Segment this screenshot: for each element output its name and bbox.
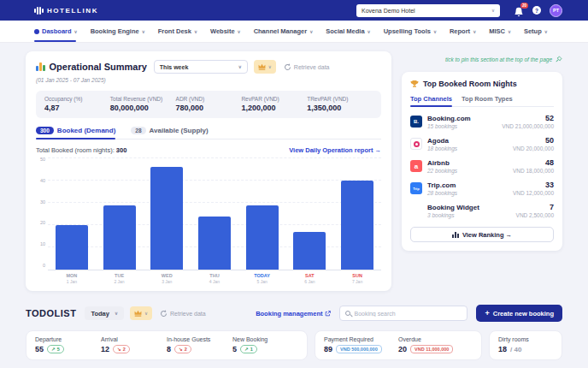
- nav-item-report[interactable]: Report∨: [450, 21, 476, 42]
- hotel-select[interactable]: Kovena Demo Hotel ∨: [356, 4, 500, 17]
- chart-x-labels: MON1 JanTUE2 JanWED3 JanTHU4 JanTODAY5 J…: [48, 273, 381, 284]
- nav-item-label: Dasboard: [42, 27, 72, 35]
- x-label-sun: SUN7 Jan: [341, 273, 373, 284]
- chevron-down-icon: ∨: [194, 29, 197, 34]
- todo-item-value-row: 20VND 11,000,000: [398, 345, 473, 353]
- stat-value: 80,000,000: [110, 104, 176, 112]
- operational-summary-card: Operational Summary This week ∨ ∨ Retrie…: [26, 51, 391, 291]
- page-content: Operational Summary This week ∨ ∨ Retrie…: [0, 43, 588, 360]
- todo-card-2: Dirty rooms18/ 40: [489, 330, 562, 360]
- stat-label: RevPAR (VND): [241, 96, 307, 102]
- chevron-down-icon: ∨: [473, 29, 476, 34]
- currency-button[interactable]: ∨: [254, 60, 276, 74]
- x-label-date: 5 Jan: [246, 279, 279, 284]
- y-tick-label: 10: [36, 241, 45, 246]
- hotellink-logo: HOTELLINK: [34, 6, 98, 15]
- nav-item-front-desk[interactable]: Front Desk∨: [158, 21, 197, 42]
- stat-label: ADR (VND): [176, 96, 242, 102]
- nav-item-misc[interactable]: MISC∨: [489, 21, 511, 42]
- todolist-header: TODOLIST Today ∨ ∨ Retrieve data Booking…: [26, 305, 562, 322]
- booking-management-link[interactable]: Booking management: [256, 310, 331, 318]
- booking-management-label: Booking management: [256, 310, 322, 318]
- todo-item-departure: Departure55↗5: [35, 336, 101, 353]
- channel-name: Booking Widget: [427, 204, 479, 211]
- channel-revenue: VND 2,500,000: [516, 212, 554, 218]
- view-ranking-label: View Ranking →: [462, 231, 512, 239]
- todo-currency-button[interactable]: ∨: [130, 306, 152, 320]
- channel-nights: 48: [513, 158, 554, 167]
- tab-top-room-types[interactable]: Top Room Types: [462, 95, 513, 106]
- tab-booked-demand[interactable]: 300 Booked (Demand): [36, 127, 115, 139]
- todo-badge-text: 2: [185, 347, 187, 352]
- stat-value: 780,000: [176, 104, 242, 112]
- channel-row-booking-widget: Booking Widget3 bookings7VND 2,500,000: [410, 203, 554, 218]
- todo-period-value: Today: [91, 310, 109, 318]
- channel-info: Airbnb22 bookings: [427, 159, 457, 174]
- todo-item-suffix: / 40: [510, 346, 521, 353]
- x-label-date: 7 Jan: [341, 279, 373, 284]
- channel-list: B.Booking.com15 bookings52VND 21,000,000…: [410, 114, 554, 218]
- channel-stats: 50VND 20,000,000: [513, 136, 554, 151]
- x-label-day: THU: [198, 273, 231, 278]
- todo-item-label: Overdue: [398, 336, 473, 342]
- period-select[interactable]: This week ∨: [154, 60, 248, 74]
- todo-item-label: Departure: [35, 336, 101, 342]
- nav-item-channel-manager[interactable]: Channel Manager∨: [254, 21, 314, 42]
- todo-badge-text: 5: [57, 347, 60, 352]
- booking-search[interactable]: [339, 306, 467, 321]
- view-daily-report-link[interactable]: View Daily Operation report →: [289, 146, 381, 154]
- pin-icon: [555, 56, 562, 63]
- tab-available-supply[interactable]: 28 Available (Supply): [131, 127, 208, 139]
- notification-bell-button[interactable]: 20: [514, 5, 524, 15]
- nav-item-setup[interactable]: Setup∨: [524, 21, 548, 42]
- pin-section-toggle[interactable]: tick to pin this section at the top of t…: [402, 56, 562, 63]
- bar-sun: [341, 181, 373, 270]
- x-label-day: WED: [150, 273, 183, 278]
- todo-badge-down: ↘2: [174, 345, 191, 353]
- dashboard-icon: [34, 29, 39, 34]
- help-icon[interactable]: ?: [532, 6, 541, 15]
- booking-search-input[interactable]: [354, 311, 462, 317]
- nav-item-booking-engine[interactable]: Booking Engine∨: [91, 21, 145, 42]
- nav-item-dasboard[interactable]: Dasboard∨: [34, 21, 78, 42]
- channel-nights: 33: [513, 181, 554, 189]
- channel-revenue: VND 12,000,000: [513, 190, 554, 196]
- stat-trevpar-vnd: TRevPAR (VND)1,350,000: [307, 96, 373, 112]
- chevron-down-icon: ∨: [268, 64, 272, 69]
- channel-icon-glyph: a: [415, 163, 418, 170]
- channel-revenue: VND 21,000,000,000: [502, 123, 554, 129]
- stat-label: TRevPAR (VND): [307, 96, 373, 102]
- y-tick-label: 0: [36, 263, 45, 268]
- tab-label: Booked (Demand): [57, 127, 115, 134]
- tab-top-channels[interactable]: Top Channels: [410, 95, 452, 106]
- nav-item-social-media[interactable]: Social Media∨: [326, 21, 370, 42]
- nav-item-website[interactable]: Website∨: [210, 21, 241, 42]
- retrieve-data-button[interactable]: Retrieve data: [284, 63, 330, 71]
- todo-item-label: New Booking: [232, 336, 298, 342]
- todo-retrieve-button[interactable]: Retrieve data: [160, 310, 206, 318]
- y-tick-label: 20: [36, 220, 45, 225]
- chevron-down-icon: ∨: [368, 29, 371, 34]
- user-avatar[interactable]: PT: [550, 4, 562, 17]
- todo-badge-text: 2: [123, 347, 126, 352]
- channel-row-booking-com: B.Booking.com15 bookings52VND 21,000,000…: [410, 114, 554, 129]
- section-title: Operational Summary: [50, 62, 147, 72]
- chevron-down-icon: ∨: [433, 29, 437, 34]
- channel-bookings: 3 bookings: [427, 212, 479, 218]
- nav-item-label: Website: [210, 27, 235, 35]
- y-tick-label: 40: [36, 178, 45, 183]
- chevron-down-icon: ∨: [115, 311, 118, 316]
- trend-down-icon: ↘: [117, 347, 121, 352]
- channel-row-trip-com: TripTrip.com28 bookings33VND 12,000,000: [410, 181, 554, 196]
- todo-period-select[interactable]: Today ∨: [85, 306, 124, 320]
- create-new-booking-button[interactable]: + Create new booking: [476, 305, 562, 322]
- nav-item-upselling-tools[interactable]: Upselling Tools∨: [384, 21, 437, 42]
- todo-item-value: 89: [324, 345, 332, 353]
- todo-item-value: 12: [101, 345, 109, 353]
- view-ranking-button[interactable]: View Ranking →: [410, 227, 554, 242]
- search-icon: [345, 311, 350, 316]
- bar-mon: [56, 225, 88, 270]
- nav-item-label: Channel Manager: [254, 27, 308, 35]
- chart-y-axis: 50403020100: [36, 157, 48, 268]
- todo-item-label: Payment Required: [324, 336, 398, 342]
